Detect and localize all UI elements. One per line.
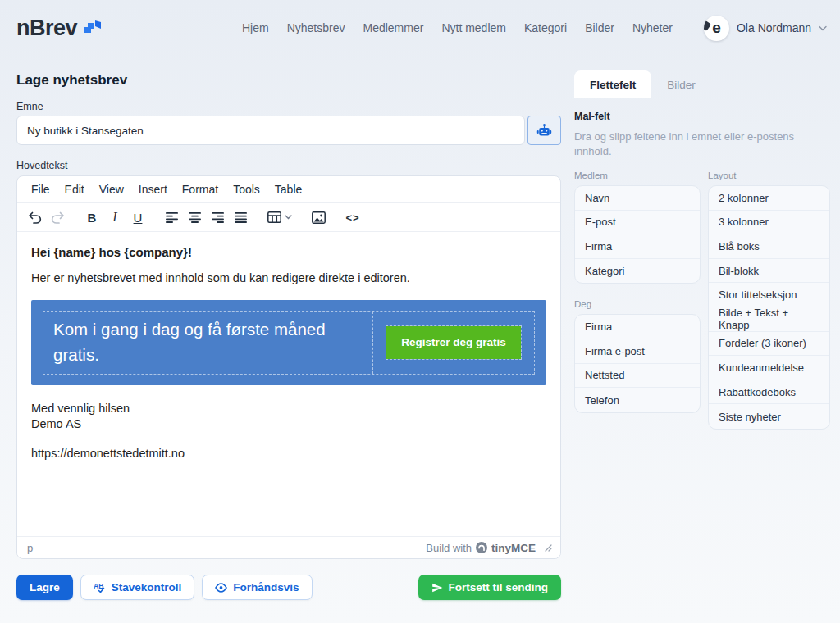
editor-menu-item[interactable]: Edit xyxy=(57,180,92,199)
editor-menu-item[interactable]: Table xyxy=(267,180,309,199)
editor-menubar: File Edit View Insert Format Tools Table xyxy=(17,176,560,203)
save-label: Lagre xyxy=(30,581,60,593)
layout-block-item[interactable]: Kundeanmeldelse xyxy=(709,356,829,380)
image-icon[interactable] xyxy=(308,207,329,228)
align-right-icon[interactable] xyxy=(208,207,229,228)
redo-icon[interactable] xyxy=(47,207,68,228)
sidebar-tab[interactable]: Bilder xyxy=(651,70,711,98)
intro-paragraph: Her er nyhetsbrevet med innhold som du k… xyxy=(31,271,546,284)
robot-icon xyxy=(536,123,552,139)
arrow-up-right-icon xyxy=(82,18,103,38)
undo-icon[interactable] xyxy=(24,207,45,228)
main-nav: Hjem Nyhetsbrev Medlemmer Nytt medlem Ka… xyxy=(242,21,673,34)
subject-input[interactable] xyxy=(16,116,525,145)
merge-field-item[interactable]: Nettsted xyxy=(575,364,700,389)
element-path[interactable]: p xyxy=(27,542,33,554)
layout-block-item[interactable]: Stor tittelseksjon xyxy=(709,283,829,307)
paper-plane-icon xyxy=(431,582,443,593)
spellcheck-label: Stavekontroll xyxy=(112,581,182,593)
nav-item[interactable]: Bilder xyxy=(585,21,614,34)
layout-block-item[interactable]: Bil-blokk xyxy=(709,259,829,284)
nav-item[interactable]: Medlemmer xyxy=(363,21,423,34)
eye-icon xyxy=(215,583,227,593)
nav-item[interactable]: Nyheter xyxy=(632,21,673,34)
body-label: Hovedtekst xyxy=(16,160,68,171)
editor-menu-item[interactable]: View xyxy=(92,180,131,199)
editor-toolbar: B I U xyxy=(17,203,560,232)
greeting-paragraph: Hei {name} hos {company}! xyxy=(31,245,546,259)
nav-item[interactable]: Nytt medlem xyxy=(441,21,506,34)
editor-menu-item[interactable]: Tools xyxy=(226,180,267,199)
group-label-deg: Deg xyxy=(574,299,701,309)
spellcheck-button[interactable]: AB Stavekontroll xyxy=(80,575,195,600)
editor-content[interactable]: Hei {name} hos {company}! Her er nyhetsb… xyxy=(17,232,560,536)
chevron-down-icon xyxy=(819,25,827,31)
preview-button[interactable]: Forhåndsvis xyxy=(202,575,312,600)
signoff-line2: Demo AS xyxy=(31,416,546,433)
merge-field-item[interactable]: Kategori xyxy=(575,259,700,284)
layout-block-item[interactable]: Blå boks xyxy=(709,234,829,259)
layout-block-item[interactable]: 2 kolonner xyxy=(709,186,829,211)
continue-button[interactable]: Fortsett til sending xyxy=(418,575,562,600)
top-navigation-bar: nBrev Hjem Nyhetsbrev Medlemmer Nytt med… xyxy=(0,0,840,56)
merge-field-item[interactable]: Navn xyxy=(575,186,700,211)
deg-field-list: Firma Firma e-post Nettsted Telefon xyxy=(574,314,701,412)
layout-block-item[interactable]: 3 kolonner xyxy=(709,211,829,235)
layout-block-item[interactable]: Fordeler (3 ikoner) xyxy=(709,332,829,357)
layout-block-item[interactable]: Bilde + Tekst + Knapp xyxy=(709,307,829,332)
svg-text:AB: AB xyxy=(94,582,103,590)
cta-blue-box[interactable]: Kom i gang i dag og få første måned grat… xyxy=(31,300,546,385)
resize-handle[interactable] xyxy=(545,544,552,552)
build-with-label: Build with xyxy=(426,542,472,554)
merge-field-item[interactable]: E-post xyxy=(575,211,700,235)
save-button[interactable]: Lagre xyxy=(16,575,73,600)
sidebar-description: Dra og slipp feltene inn i emnet eller e… xyxy=(574,130,830,158)
nav-item[interactable]: Nyhetsbrev xyxy=(287,21,345,34)
cta-text: Kom i gang i dag og få første måned grat… xyxy=(43,312,373,374)
website-text: https://demonettstedetmitt.no xyxy=(31,447,546,460)
layout-field-list: 2 kolonner 3 kolonner Blå boks Bil-blokk… xyxy=(708,185,830,430)
bold-button[interactable]: B xyxy=(81,207,103,228)
avatar: e xyxy=(704,16,729,41)
editor-statusbar: p Build with tinyMCE xyxy=(17,536,560,558)
continue-label: Fortsett til sending xyxy=(449,581,549,593)
align-left-icon[interactable] xyxy=(162,207,183,228)
editor-menu-item[interactable]: Insert xyxy=(131,180,175,199)
avatar-letter: e xyxy=(712,19,721,37)
page-title: Lage nyhetsbrev xyxy=(16,72,127,89)
user-name: Ola Nordmann xyxy=(737,21,811,34)
sidebar-panel: Flettefelt Bilder Mal-felt Dra og slipp … xyxy=(574,70,830,430)
sidebar-heading: Mal-felt xyxy=(574,111,830,122)
layout-block-item[interactable]: Rabattkodeboks xyxy=(709,380,829,405)
merge-field-item[interactable]: Telefon xyxy=(575,388,700,412)
nav-item[interactable]: Kategori xyxy=(524,21,567,34)
medlem-field-list: Navn E-post Firma Kategori xyxy=(574,185,701,284)
preview-label: Forhåndsvis xyxy=(233,581,299,593)
table-icon[interactable] xyxy=(265,207,294,228)
nav-item[interactable]: Hjem xyxy=(242,21,269,34)
group-label-layout: Layout xyxy=(708,171,830,180)
subject-row xyxy=(16,116,561,145)
user-menu[interactable]: e Ola Nordmann xyxy=(704,16,827,41)
code-icon[interactable]: <> xyxy=(342,207,363,228)
underline-button[interactable]: U xyxy=(127,207,148,228)
align-justify-icon[interactable] xyxy=(231,207,252,228)
editor-menu-item[interactable]: Format xyxy=(175,180,226,199)
action-bar: Lagre AB Stavekontroll Forhåndsvis Forts… xyxy=(16,575,561,600)
editor-menu-item[interactable]: File xyxy=(24,180,57,199)
italic-button[interactable]: I xyxy=(104,207,126,228)
merge-field-item[interactable]: Firma xyxy=(575,234,700,259)
ai-suggest-button[interactable] xyxy=(527,116,561,145)
app-logo[interactable]: nBrev xyxy=(16,16,103,41)
spellcheck-icon: AB xyxy=(94,582,106,593)
cta-register-button[interactable]: Registrer deg gratis xyxy=(386,326,521,359)
merge-field-item[interactable]: Firma xyxy=(575,315,700,339)
rich-text-editor: File Edit View Insert Format Tools Table… xyxy=(16,175,561,559)
align-center-icon[interactable] xyxy=(185,207,206,228)
merge-field-item[interactable]: Firma e-post xyxy=(575,339,700,364)
sidebar-tabs: Flettefelt Bilder xyxy=(574,70,830,98)
sidebar-tab[interactable]: Flettefelt xyxy=(574,70,651,98)
layout-block-item[interactable]: Siste nyheter xyxy=(709,404,829,429)
app-logo-text: nBrev xyxy=(16,16,77,41)
tinymce-brand[interactable]: tinyMCE xyxy=(491,542,536,554)
